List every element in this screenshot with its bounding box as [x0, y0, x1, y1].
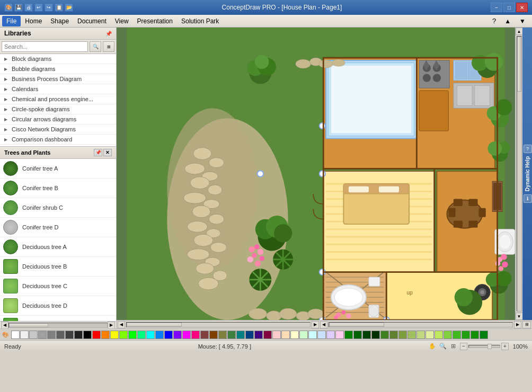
lib-business-process[interactable]: Business Process Diagram [0, 74, 116, 84]
fit-page-icon[interactable]: ⊞ [449, 342, 458, 351]
hand-tool-icon[interactable]: ✋ [428, 342, 437, 351]
lib-circle-spoke[interactable]: Circle-spoke diagrams [0, 104, 116, 114]
canvas-area[interactable]: up [117, 28, 515, 320]
color-swatch[interactable] [290, 331, 299, 339]
color-swatch[interactable] [164, 331, 173, 339]
color-swatch[interactable] [471, 331, 479, 339]
color-swatch[interactable] [227, 331, 236, 339]
h-scroll-expand[interactable]: ⊞ [522, 321, 531, 328]
color-swatch[interactable] [263, 331, 272, 339]
lib-circular-arrows[interactable]: Circular arrows diagrams [0, 114, 116, 124]
color-swatch[interactable] [353, 331, 362, 339]
color-swatch[interactable] [389, 331, 398, 339]
color-swatch[interactable] [416, 331, 425, 339]
color-swatch[interactable] [182, 331, 191, 339]
color-swatch[interactable] [380, 331, 389, 339]
color-swatch[interactable] [11, 331, 20, 339]
zoom-controls[interactable]: − + [460, 343, 509, 350]
color-swatch[interactable] [101, 331, 110, 339]
color-swatch[interactable] [299, 331, 308, 339]
color-swatch[interactable] [137, 331, 146, 339]
lib-comparison[interactable]: Comparison dashboard [0, 135, 116, 145]
h-scroll-right2[interactable]: ▶ [514, 321, 521, 328]
color-swatch[interactable] [20, 331, 29, 339]
color-swatch[interactable] [453, 331, 461, 339]
menu-solution-park[interactable]: Solution Park [177, 16, 223, 26]
horizontal-scrollbar[interactable]: ◀ ▶ ◀ ▶ ⊞ [117, 320, 532, 328]
trees-header-controls[interactable]: 📌 ✕ [94, 149, 112, 156]
tb-icon-2[interactable]: 🖨 [24, 3, 33, 12]
color-swatch[interactable] [155, 331, 164, 339]
menu-view[interactable]: View [111, 16, 133, 26]
window-controls[interactable]: − □ ✕ [491, 3, 528, 12]
tb-icon-4[interactable]: ↪ [45, 3, 53, 12]
menu-help-icon[interactable]: ? [488, 15, 500, 26]
color-swatch[interactable] [83, 331, 92, 339]
lib-block-diagrams[interactable]: Block diagrams [0, 54, 116, 64]
lib-chemical[interactable]: Chemical and process engine... [0, 94, 116, 104]
v-scroll-down[interactable]: ▼ [516, 313, 523, 320]
color-swatch[interactable] [191, 331, 200, 339]
color-swatch[interactable] [56, 331, 65, 339]
color-swatch[interactable] [407, 331, 416, 339]
color-swatch[interactable] [326, 331, 335, 339]
v-scroll-up[interactable]: ▲ [516, 28, 523, 35]
color-bar-tools[interactable]: 🎨 [2, 332, 8, 337]
lib-calendars[interactable]: Calendars [0, 84, 116, 94]
library-search-input[interactable] [2, 41, 88, 52]
color-swatch[interactable] [110, 331, 119, 339]
tree-deciduous-c[interactable]: Deciduous tree C [0, 277, 116, 296]
v-scroll-track[interactable] [517, 36, 522, 311]
menu-shape[interactable]: Shape [46, 16, 73, 26]
color-swatch[interactable] [398, 331, 407, 339]
color-swatch[interactable] [29, 331, 38, 339]
libraries-list[interactable]: Block diagrams Bubble diagrams Business … [0, 54, 116, 147]
lib-cisco[interactable]: Cisco Network Diagrams [0, 124, 116, 135]
color-swatch[interactable] [92, 331, 101, 339]
tree-conifer-d[interactable]: Conifer tree D [0, 218, 116, 237]
color-swatch[interactable] [362, 331, 371, 339]
left-scroll-right[interactable]: ▶ [108, 322, 115, 329]
color-swatch[interactable] [462, 331, 470, 339]
tree-conifer-a[interactable]: Conifer tree A [0, 159, 116, 179]
color-swatch[interactable] [47, 331, 56, 339]
h-scroll-thumb2[interactable] [329, 323, 384, 327]
color-swatch[interactable] [236, 331, 245, 339]
h-scroll-left2[interactable]: ◀ [320, 321, 327, 328]
color-swatch[interactable] [435, 331, 443, 339]
vertical-scrollbar[interactable]: ▲ ▼ [515, 28, 522, 320]
trees-pin-button[interactable]: 📌 [94, 149, 102, 156]
color-swatch[interactable] [65, 331, 74, 339]
h-scroll-right1[interactable]: ▶ [312, 321, 319, 328]
tree-deciduous-b[interactable]: Deciduous tree B [0, 257, 116, 277]
tree-deciduous-a[interactable]: Deciduous tree A [0, 237, 116, 257]
tree-deciduous-d[interactable]: Deciduous tree D [0, 296, 116, 316]
trees-close-button[interactable]: ✕ [103, 149, 112, 156]
color-swatch[interactable] [218, 331, 227, 339]
zoom-in-icon[interactable]: 🔍 [439, 342, 447, 351]
color-swatch[interactable] [146, 331, 155, 339]
title-bar-icons[interactable]: 🎨 💾 🖨 ↩ ↪ 📋 📂 [4, 3, 73, 12]
color-swatch[interactable] [272, 331, 281, 339]
house-plan-diagram[interactable]: up [117, 28, 515, 320]
left-panel-scrollbar[interactable]: ◀ ▶ [0, 321, 116, 328]
color-swatch[interactable] [74, 331, 83, 339]
zoom-slider[interactable] [468, 345, 500, 348]
menu-home[interactable]: Home [21, 16, 46, 26]
color-swatch[interactable] [128, 331, 137, 339]
color-swatch[interactable] [209, 331, 218, 339]
minimize-button[interactable]: − [491, 3, 502, 12]
h-scroll-thumb[interactable] [127, 323, 182, 327]
h-scroll-track[interactable] [126, 322, 311, 327]
v-scroll-thumb[interactable] [517, 37, 521, 92]
left-scroll-left[interactable]: ◀ [1, 322, 8, 329]
tb-icon-1[interactable]: 💾 [14, 3, 23, 12]
menu-presentation[interactable]: Presentation [133, 16, 177, 26]
h-scroll-track2[interactable] [329, 322, 513, 327]
zoom-thumb[interactable] [487, 344, 492, 349]
color-swatch[interactable] [444, 331, 452, 339]
pin-icon[interactable]: 📌 [105, 31, 112, 37]
tb-icon-6[interactable]: 📂 [65, 3, 73, 12]
color-swatch[interactable] [38, 331, 47, 339]
menu-down-arrow[interactable]: ▼ [515, 16, 530, 26]
